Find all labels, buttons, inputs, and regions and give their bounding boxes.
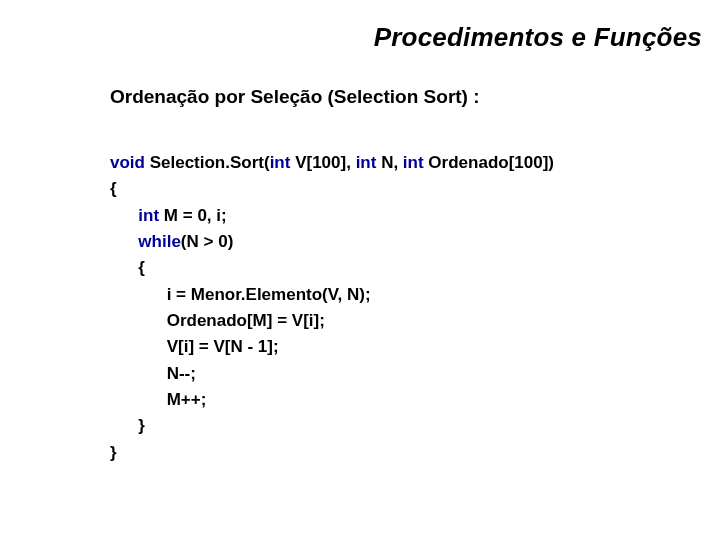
code-line-4: while(N > 0) (110, 232, 233, 251)
keyword-int: int (270, 153, 291, 172)
code-text: M = 0, i; (159, 206, 227, 225)
code-line-12: } (110, 443, 117, 462)
code-line-6: i = Menor.Elemento(V, N); (110, 285, 371, 304)
code-line-11: } (110, 416, 145, 435)
slide: Procedimentos e Funções Ordenação por Se… (0, 0, 720, 540)
code-text: Ordenado[100]) (424, 153, 554, 172)
keyword-while: while (138, 232, 181, 251)
code-line-9: N--; (110, 364, 196, 383)
code-line-1: void Selection.Sort(int V[100], int N, i… (110, 153, 554, 172)
keyword-void: void (110, 153, 145, 172)
code-text: (N > 0) (181, 232, 233, 251)
code-line-3: int M = 0, i; (110, 206, 227, 225)
code-line-2: { (110, 179, 117, 198)
code-line-8: V[i] = V[N - 1]; (110, 337, 279, 356)
code-line-7: Ordenado[M] = V[i]; (110, 311, 325, 330)
code-line-5: { (110, 258, 145, 277)
keyword-int: int (356, 153, 377, 172)
indent (110, 232, 138, 251)
code-text: Selection.Sort( (145, 153, 270, 172)
code-text: N, (376, 153, 402, 172)
code-text: V[100], (290, 153, 355, 172)
code-line-10: M++; (110, 390, 206, 409)
keyword-int: int (403, 153, 424, 172)
code-block: void Selection.Sort(int V[100], int N, i… (110, 150, 554, 466)
keyword-int: int (138, 206, 159, 225)
indent (110, 206, 138, 225)
slide-title: Procedimentos e Funções (374, 22, 702, 53)
section-subtitle: Ordenação por Seleção (Selection Sort) : (110, 86, 480, 108)
